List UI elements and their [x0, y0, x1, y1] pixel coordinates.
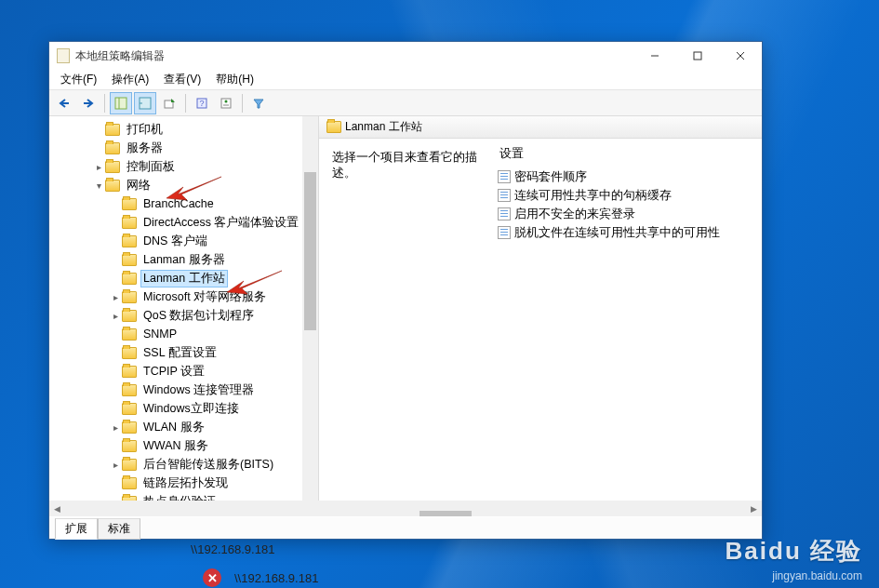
tree-node[interactable]: Windows立即连接 [49, 399, 318, 418]
tree-node-label[interactable]: 打印机 [124, 121, 166, 139]
svg-point-13 [225, 100, 228, 102]
expand-icon[interactable]: ▸ [109, 292, 122, 302]
tree-node-label[interactable]: DNS 客户端 [140, 233, 210, 250]
tree-node[interactable]: ▸QoS 数据包计划程序 [49, 306, 318, 325]
tree-node[interactable]: SSL 配置设置 [49, 343, 318, 362]
horizontal-scrollbar[interactable]: ◀ ▶ [49, 501, 762, 516]
menu-action[interactable]: 操作(A) [104, 70, 156, 89]
expand-icon[interactable]: ▸ [92, 162, 105, 172]
tree-node-label[interactable]: 网络 [124, 177, 153, 194]
console-tree-button[interactable] [134, 92, 156, 114]
tree-node-label[interactable]: WLAN 服务 [140, 419, 207, 436]
policy-icon [498, 207, 511, 220]
tree-node[interactable]: ▸控制面板 [49, 157, 318, 176]
export-button[interactable] [158, 92, 180, 114]
tree-node-label[interactable]: 后台智能传送服务(BITS) [140, 456, 276, 474]
tree-node[interactable]: Windows 连接管理器 [49, 381, 318, 399]
toolbar-divider [185, 94, 186, 113]
setting-row[interactable]: 脱机文件在连续可用性共享中的可用性 [496, 223, 762, 242]
tree-scroll-thumb[interactable] [304, 172, 316, 330]
nav-forward-button[interactable] [77, 92, 100, 114]
scroll-left-icon[interactable]: ◀ [49, 504, 65, 514]
tree-node[interactable]: ▾网络 [49, 176, 318, 194]
unc-path-1: \\192.168.9.181 [191, 542, 274, 556]
tree-node-label[interactable]: BranchCache [140, 196, 217, 211]
menu-file[interactable]: 文件(F) [53, 70, 104, 89]
folder-icon [122, 273, 137, 285]
unc-path-2: \\192.168.9.181 [234, 571, 318, 585]
settings-header[interactable]: 设置 [496, 146, 762, 167]
tree-node[interactable]: BranchCache [49, 194, 318, 213]
tree-node[interactable]: DirectAccess 客户端体验设置 [49, 213, 318, 232]
folder-icon [122, 310, 137, 322]
tabs-row: 扩展 标准 [49, 516, 762, 518]
tree-node-label[interactable]: WWAN 服务 [140, 437, 211, 455]
window-title: 本地组策略编辑器 [75, 48, 633, 64]
folder-icon [105, 161, 120, 173]
menubar: 文件(F) 操作(A) 查看(V) 帮助(H) [49, 70, 762, 90]
tree-node[interactable]: DNS 客户端 [49, 232, 318, 250]
tree-node[interactable]: ▸WLAN 服务 [49, 418, 318, 436]
close-button[interactable] [719, 42, 762, 70]
tree-node-label[interactable]: 链路层拓扑发现 [140, 474, 231, 492]
tree-pane[interactable]: 打印机服务器▸控制面板▾网络BranchCacheDirectAccess 客户… [49, 116, 319, 517]
tree-node[interactable]: TCPIP 设置 [49, 362, 318, 381]
tree-node[interactable]: 打印机 [49, 120, 318, 139]
tree-node[interactable]: 链路层拓扑发现 [49, 474, 318, 492]
tree-node-label[interactable]: SSL 配置设置 [140, 344, 220, 362]
folder-icon [122, 421, 137, 434]
tree-node[interactable]: 服务器 [49, 139, 318, 157]
setting-row[interactable]: 密码套件顺序 [496, 167, 762, 186]
expand-icon[interactable]: ▸ [109, 460, 122, 470]
setting-row[interactable]: 连续可用性共享中的句柄缓存 [496, 186, 762, 205]
tree-node-label[interactable]: Lanman 工作站 [140, 270, 228, 287]
svg-rect-1 [694, 52, 701, 60]
expand-icon[interactable]: ▸ [109, 422, 122, 433]
expand-icon[interactable]: ▸ [109, 311, 122, 321]
folder-icon [122, 291, 137, 303]
setting-label: 脱机文件在连续可用性共享中的可用性 [514, 225, 720, 241]
tree-node-label[interactable]: Windows 连接管理器 [140, 381, 257, 399]
tree-scrollbar[interactable] [302, 116, 318, 517]
show-tree-button[interactable] [110, 92, 132, 114]
collapse-icon[interactable]: ▾ [92, 180, 105, 191]
setting-label: 连续可用性共享中的句柄缓存 [514, 188, 672, 204]
help-button[interactable]: ? [191, 92, 213, 114]
tree-node-label[interactable]: QoS 数据包计划程序 [140, 307, 258, 325]
tree-node-label[interactable]: 控制面板 [124, 158, 178, 176]
policy-icon [498, 189, 511, 202]
titlebar: 本地组策略编辑器 [49, 42, 762, 70]
description-column: 选择一个项目来查看它的描述。 [319, 139, 496, 517]
folder-icon [105, 124, 120, 136]
svg-rect-6 [115, 98, 127, 109]
nav-back-button[interactable] [53, 92, 75, 114]
tree-node-label[interactable]: 服务器 [124, 140, 166, 157]
scroll-right-icon[interactable]: ▶ [746, 504, 762, 514]
minimize-button[interactable] [633, 42, 676, 70]
tree-node-label[interactable]: SNMP [140, 327, 180, 341]
tree-node-label[interactable]: TCPIP 设置 [140, 363, 207, 381]
tree-node-label[interactable]: Microsoft 对等网络服务 [140, 288, 269, 306]
tree-node[interactable]: ▸后台智能传送服务(BITS) [49, 455, 318, 474]
tree-node-label[interactable]: Windows立即连接 [140, 400, 242, 418]
tree-node[interactable]: WWAN 服务 [49, 436, 318, 455]
properties-button[interactable] [215, 92, 237, 114]
tree-node-label[interactable]: DirectAccess 客户端体验设置 [140, 214, 301, 232]
tree-node[interactable]: Lanman 工作站 [49, 269, 318, 287]
content-area: 打印机服务器▸控制面板▾网络BranchCacheDirectAccess 客户… [49, 116, 762, 518]
folder-icon [122, 384, 137, 396]
menu-view[interactable]: 查看(V) [156, 70, 208, 89]
folder-icon [105, 180, 120, 192]
maximize-button[interactable] [676, 42, 719, 70]
tree-node[interactable]: SNMP [49, 325, 318, 343]
tree-node-label[interactable]: Lanman 服务器 [140, 251, 228, 269]
tree-node[interactable]: ▸Microsoft 对等网络服务 [49, 287, 318, 306]
policy-icon [498, 170, 511, 183]
menu-help[interactable]: 帮助(H) [208, 70, 261, 89]
filter-button[interactable] [247, 92, 270, 114]
gpedit-window: 本地组策略编辑器 文件(F) 操作(A) 查看(V) 帮助(H) ? 打印机服务… [48, 41, 763, 540]
setting-row[interactable]: 启用不安全的来宾登录 [496, 205, 762, 223]
tree-node[interactable]: Lanman 服务器 [49, 250, 318, 269]
setting-label: 启用不安全的来宾登录 [514, 207, 635, 222]
app-icon [57, 48, 70, 63]
